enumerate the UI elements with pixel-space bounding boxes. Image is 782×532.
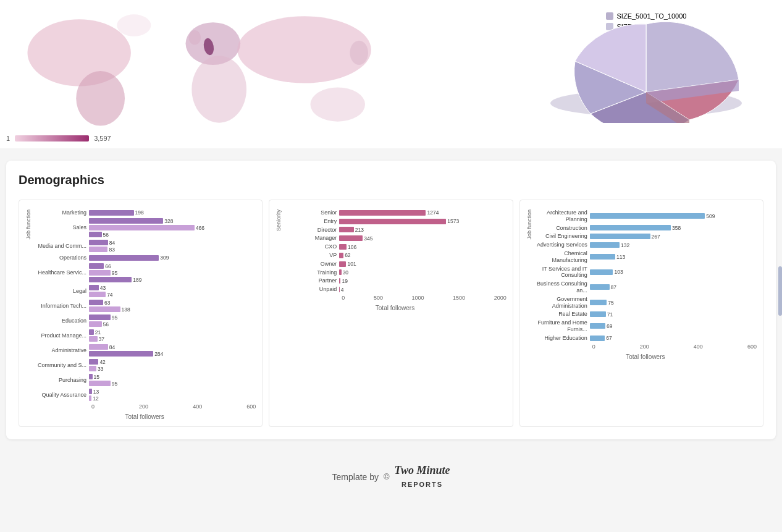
bar-group: 509 [590,213,757,219]
map-area: 1 3,597 [6,6,523,142]
bar-group: 358 [590,225,757,231]
chart-row: Furniture and Home Furnis...69 [534,319,757,333]
bar-value: 309 [160,255,169,261]
bar-label: Product Manage... [33,332,89,339]
world-map [6,6,408,130]
footer: Template by © Two Minute REPORTS [0,452,782,502]
bar-item: 103 [590,269,757,275]
bar-fill [89,395,91,401]
bar-value: 1573 [447,218,459,224]
bar-fill [339,244,347,250]
bar-group: 132 [590,242,757,248]
bar-value: 71 [607,311,613,318]
scrollbar[interactable] [778,266,782,316]
bar-value: 69 [607,323,612,329]
bar-item: 87 [590,284,757,290]
bar-value: 56 [103,321,109,327]
chart-row: Healthcare Servic...6695189 [33,263,256,283]
bar-item: 328 [89,218,256,224]
bar-value: 213 [355,227,364,233]
bar-item: 12 [89,395,256,402]
bar-value: 328 [164,218,173,224]
bar-value: 62 [345,252,350,258]
bar-group: 2137 [89,329,256,342]
bar-label: Healthcare Servic... [33,269,89,276]
chart1-x-ticks: 0 200 400 600 [33,403,256,410]
bar-value: 67 [606,335,612,341]
bar-value: 95 [112,315,117,321]
bar-fill [590,225,671,230]
chart-row: Sales32846656 [33,218,256,238]
legend-max: 3,597 [94,135,111,142]
bar-fill [339,227,353,232]
bar-fill [339,269,341,275]
footer-template-text: Template by [332,472,379,482]
bar-item: 19 [339,278,506,284]
chart-row: Civil Engineering267 [534,233,757,240]
chart2-x-ticks: 0 500 1000 1500 2000 [284,295,506,301]
bar-label: Training [284,269,339,276]
bar-item: 74 [89,292,256,298]
bar-item: 358 [590,225,757,231]
chart2-bars: Senior1274Entry1573Director213Manager345… [284,209,506,293]
bar-item: 69 [590,323,757,329]
bar-value: 106 [348,244,356,250]
chart-row: Quality Assurance1312 [33,389,256,402]
chart2-y-axis: Seniority [275,209,282,231]
map-legend: 1 3,597 [6,135,523,142]
demographics-section: Demographics Job function Marketing198Sa… [6,161,776,439]
bar-value: 345 [364,235,372,242]
chart-row: Architecture and Planning509 [534,209,757,223]
bar-label: Entry [284,218,339,225]
bar-fill [89,300,103,305]
bar-group: 6695189 [89,263,256,283]
bar-fill [89,381,111,386]
bar-item: 198 [89,209,256,216]
svg-point-0 [27,19,130,86]
top-section: 1 3,597 SIZE_5001_TO_10000 SIZE_1 [0,0,782,148]
bar-group: 9556 [89,315,256,327]
bar-fill [339,253,343,258]
bar-label: Construction [534,225,590,232]
chart-row: Higher Education67 [534,335,757,342]
bar-value: 1274 [427,209,439,216]
chart-row: Owner101 [284,261,506,268]
bar-group: 87 [590,284,757,290]
bar-fill [590,213,705,219]
chart-row: IT Services and IT Consulting103 [534,266,757,279]
bar-label: Purchasing [33,377,89,384]
bar-item: 1573 [339,218,506,224]
bar-fill [339,235,363,241]
chart-row: Business Consulting an...87 [534,281,757,294]
bar-group: 69 [590,323,757,329]
bar-value: 15 [94,374,99,380]
bar-item: 63 [89,300,256,306]
bar-item: 4 [339,287,506,293]
bar-fill [339,210,426,216]
bar-item: 95 [89,381,256,387]
bar-fill [590,336,605,341]
svg-point-9 [350,41,368,65]
bar-fill [89,306,120,312]
copyright-icon: © [384,472,390,481]
bar-item: 71 [590,311,757,318]
bar-value: 101 [347,261,356,267]
bar-group: 101 [339,261,506,267]
chart-row: Training30 [284,269,506,276]
chart-row: Director213 [284,227,506,234]
bar-value: 358 [672,225,681,231]
chart3-bars: Architecture and Planning509Construction… [534,209,757,342]
chart-row: Unpaid4 [284,286,506,293]
bar-fill [89,277,132,282]
bar-fill [89,344,108,350]
bar-fill [89,232,102,237]
bar-group: 198 [89,209,256,216]
bar-item: 345 [339,235,506,242]
bar-item: 213 [339,227,506,233]
bar-label: Chemical Manufacturing [534,250,590,264]
bar-item: 84 [89,344,256,350]
bar-fill [590,311,606,317]
bar-group: 1312 [89,389,256,402]
bar-group: 75 [590,300,757,306]
bar-group: 32846656 [89,218,256,238]
